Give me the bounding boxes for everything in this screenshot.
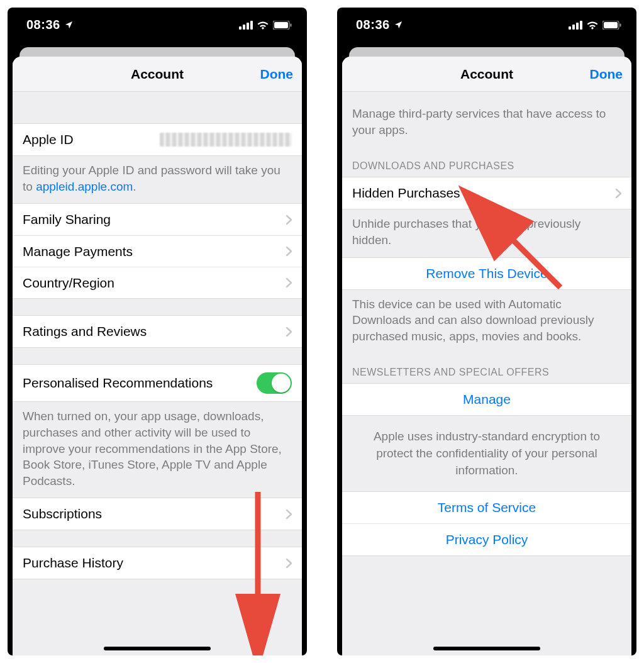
chevron-right-icon <box>286 559 292 568</box>
downloads-section-header: Downloads and Purchases <box>342 147 631 177</box>
cellular-icon <box>569 21 582 30</box>
status-bar: 08:36 <box>8 8 307 42</box>
status-bar: 08:36 <box>337 8 636 42</box>
manage-payments-row[interactable]: Manage Payments <box>13 235 302 267</box>
svg-rect-14 <box>620 23 621 26</box>
hidden-purchases-label: Hidden Purchases <box>352 186 611 201</box>
svg-rect-3 <box>250 21 253 30</box>
chevron-right-icon <box>616 189 621 198</box>
apple-id-label: Apple ID <box>23 132 160 147</box>
manage-payments-label: Manage Payments <box>23 244 281 259</box>
manage-newsletters-button[interactable]: Manage <box>342 383 631 416</box>
personalised-group: Personalised Recommendations <box>13 364 302 402</box>
family-sharing-label: Family Sharing <box>23 212 281 227</box>
purchase-history-row[interactable]: Purchase History <box>13 547 302 579</box>
svg-rect-0 <box>239 26 242 30</box>
wifi-icon <box>257 21 269 30</box>
nav-bar: Account Done <box>13 57 302 92</box>
phone-left: 08:36 Account Done <box>8 8 307 655</box>
chevron-right-icon <box>286 327 292 337</box>
battery-icon <box>273 21 292 30</box>
encryption-note: Apple uses industry-standard encryption … <box>342 416 631 491</box>
subscriptions-group: Subscriptions <box>13 498 302 530</box>
account-sheet: Account Done Manage third-party services… <box>342 57 631 655</box>
personalised-footer: When turned on, your app usage, download… <box>13 402 302 498</box>
battery-icon <box>602 21 621 30</box>
chevron-right-icon <box>286 278 292 287</box>
purchase-history-label: Purchase History <box>23 555 281 571</box>
svg-rect-10 <box>576 23 579 30</box>
ratings-reviews-row[interactable]: Ratings and Reviews <box>13 316 302 347</box>
page-title: Account <box>131 67 184 82</box>
personalised-toggle[interactable] <box>257 372 292 394</box>
nav-bar: Account Done <box>342 57 631 92</box>
home-indicator <box>104 647 211 650</box>
done-button[interactable]: Done <box>260 57 294 91</box>
ratings-group: Ratings and Reviews <box>13 315 302 348</box>
account-links-group: Family Sharing Manage Payments Country/R… <box>13 203 302 299</box>
subscriptions-label: Subscriptions <box>23 506 281 521</box>
personalised-row[interactable]: Personalised Recommendations <box>13 365 302 401</box>
family-sharing-row[interactable]: Family Sharing <box>13 204 302 235</box>
country-region-label: Country/Region <box>23 276 281 291</box>
hidden-purchases-footer: Unhide purchases that you have previousl… <box>342 209 631 257</box>
apple-id-footer: Editing your Apple ID and password will … <box>13 156 302 203</box>
cellular-icon <box>239 21 253 30</box>
hidden-purchases-row[interactable]: Hidden Purchases <box>342 177 631 209</box>
newsletters-section-header: Newsletters and Special Offers <box>342 353 631 383</box>
location-icon <box>394 20 403 30</box>
svg-rect-5 <box>274 22 288 28</box>
account-sheet: Account Done Apple ID Editing your Apple… <box>13 57 302 655</box>
purchase-history-group: Purchase History <box>13 547 302 579</box>
svg-rect-13 <box>604 22 618 28</box>
svg-rect-8 <box>569 26 571 30</box>
svg-rect-1 <box>243 25 245 30</box>
remove-device-footer: This device can be used with Automatic D… <box>342 290 631 354</box>
subscriptions-row[interactable]: Subscriptions <box>13 498 302 530</box>
country-region-row[interactable]: Country/Region <box>13 267 302 298</box>
appleid-link[interactable]: appleid.apple.com <box>36 180 133 193</box>
page-title: Account <box>460 67 513 82</box>
apple-id-group: Apple ID <box>13 123 302 156</box>
svg-rect-6 <box>291 23 292 26</box>
wifi-icon <box>586 21 599 30</box>
location-icon <box>64 20 74 30</box>
done-button[interactable]: Done <box>590 57 623 91</box>
hidden-purchases-group: Hidden Purchases <box>342 177 631 209</box>
third-party-footer: Manage third-party services that have ac… <box>342 97 631 147</box>
personalised-label: Personalised Recommendations <box>23 376 257 391</box>
chevron-right-icon <box>286 247 292 256</box>
ratings-reviews-label: Ratings and Reviews <box>23 324 281 339</box>
chevron-right-icon <box>286 215 292 225</box>
svg-rect-11 <box>580 21 582 30</box>
home-indicator <box>433 647 540 650</box>
terms-of-service-link[interactable]: Terms of Service <box>342 492 631 523</box>
phone-right: 08:36 Account Done Manage third-party se… <box>337 8 636 655</box>
remove-device-button[interactable]: Remove This Device <box>342 257 631 290</box>
svg-rect-2 <box>247 23 249 30</box>
chevron-right-icon <box>286 510 292 519</box>
apple-id-row[interactable]: Apple ID <box>13 124 302 155</box>
status-time: 08:36 <box>26 18 60 32</box>
privacy-policy-link[interactable]: Privacy Policy <box>342 523 631 555</box>
status-time: 08:36 <box>356 18 390 32</box>
svg-rect-9 <box>572 25 575 30</box>
apple-id-value-redacted <box>160 133 292 147</box>
